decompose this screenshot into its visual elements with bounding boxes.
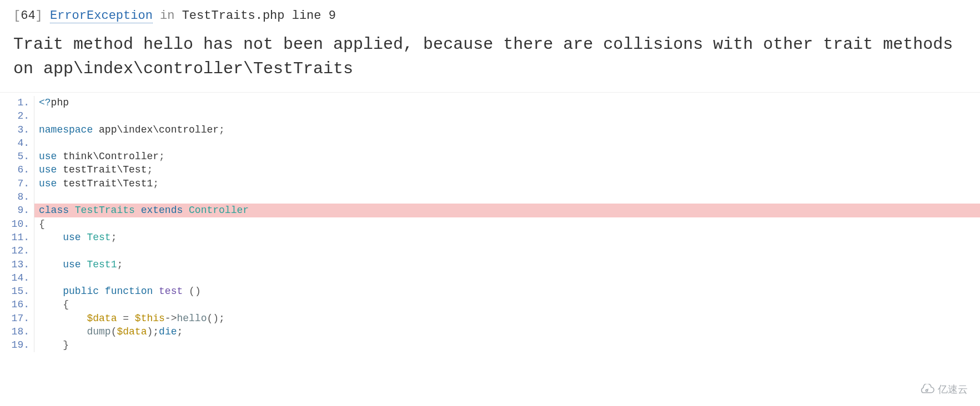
line-number: 6. [0,163,34,176]
line-number: 1. [0,96,34,109]
line-number: 2. [0,109,34,123]
code-line: 16. { [0,298,980,311]
code-line: 2. [0,109,980,123]
error-message: Trait method hello has not been applied,… [0,28,980,93]
code-bracket: ] [36,9,43,23]
code-line: 9.class TestTraits extends Controller [0,204,980,217]
code-line: 8. [0,190,980,204]
code-line: 10.{ [0,217,980,231]
error-code: 64 [21,9,35,23]
code-content [34,190,980,204]
line-number: 17. [0,312,34,325]
cloud-icon [919,384,934,395]
line-number: 11. [0,231,34,244]
code-content: { [34,298,980,311]
line-number: 13. [0,258,34,271]
code-content [34,244,980,257]
code-content [34,271,980,285]
code-content: { [34,217,980,231]
code-content: use testTrait\Test; [34,163,980,176]
code-line: 14. [0,271,980,285]
code-line: 19. } [0,338,980,352]
line-number: 3. [0,123,34,136]
code-line: 7.use testTrait\Test1; [0,177,980,190]
code-content: public function test () [34,285,980,298]
code-content [34,136,980,150]
code-line: 13. use Test1; [0,258,980,271]
code-content: } [34,338,980,352]
line-number: 7. [0,177,34,190]
code-content: use testTrait\Test1; [34,177,980,190]
code-line: 4. [0,136,980,150]
line-number: 14. [0,271,34,285]
code-line: 11. use Test; [0,231,980,244]
code-line: 17. $data = $this->hello(); [0,312,980,325]
line-number: 5. [0,150,34,163]
line-number: 12. [0,244,34,257]
code-content: dump($data);die; [34,325,980,338]
code-content: class TestTraits extends Controller [34,204,980,217]
code-bracket: [ [13,9,21,23]
file-location: TestTraits.php line 9 [182,9,336,23]
code-line: 15. public function test () [0,285,980,298]
code-content: $data = $this->hello(); [34,312,980,325]
error-header: [64] ErrorException in TestTraits.php li… [0,0,980,28]
line-number: 4. [0,136,34,150]
in-word: in [160,9,174,23]
watermark-text: 亿速云 [938,383,968,396]
line-number: 16. [0,298,34,311]
watermark: 亿速云 [919,383,968,396]
line-number: 9. [0,204,34,217]
code-content: <?php [34,96,980,109]
code-line: 5.use think\Controller; [0,150,980,163]
code-content [34,109,980,123]
line-number: 18. [0,325,34,338]
code-line: 18. dump($data);die; [0,325,980,338]
code-line: 1.<?php [0,96,980,109]
line-number: 10. [0,217,34,231]
line-number: 8. [0,190,34,204]
code-content: use Test; [34,231,980,244]
line-number: 15. [0,285,34,298]
code-line: 3.namespace app\index\controller; [0,123,980,136]
code-content: use think\Controller; [34,150,980,163]
line-number: 19. [0,338,34,352]
code-source-block: 1.<?php2.3.namespace app\index\controlle… [0,93,980,352]
code-content: use Test1; [34,258,980,271]
code-content: namespace app\index\controller; [34,123,980,136]
exception-name-link[interactable]: ErrorException [50,9,153,23]
code-line: 6.use testTrait\Test; [0,163,980,176]
code-line: 12. [0,244,980,257]
